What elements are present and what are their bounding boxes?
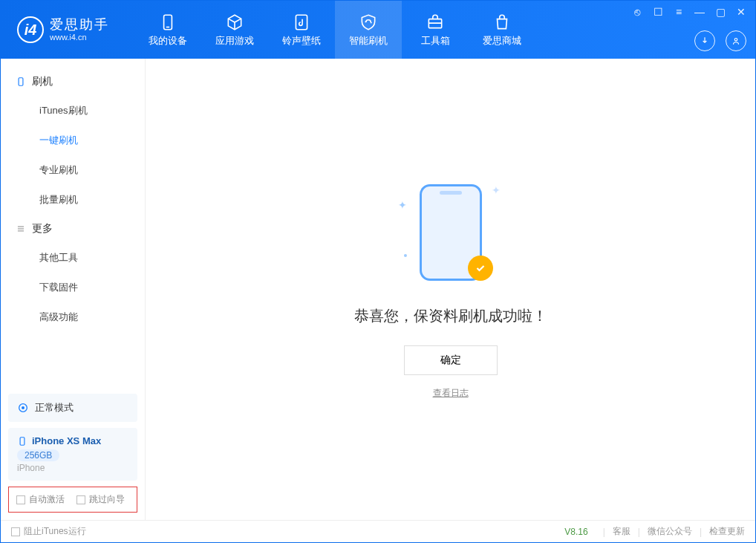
tab-my-device[interactable]: 我的设备 xyxy=(134,1,201,59)
sidebar-item-oneclick-flash[interactable]: 一键刷机 xyxy=(1,126,145,155)
device-box[interactable]: iPhone XS Max 256GB iPhone xyxy=(8,428,137,481)
brand-name: 爱思助手 xyxy=(50,17,109,33)
download-icon xyxy=(700,36,710,46)
svg-rect-2 xyxy=(296,15,307,30)
sparkle-icon: ✦ xyxy=(492,184,501,196)
sidebar-group-more: 更多 xyxy=(1,215,145,243)
mode-box[interactable]: 正常模式 xyxy=(8,394,137,422)
sidebar-group-flash: 刷机 xyxy=(1,68,145,96)
check-update-link[interactable]: 检查更新 xyxy=(709,525,745,538)
svg-rect-5 xyxy=(19,78,23,86)
ok-button[interactable]: 确定 xyxy=(404,345,498,375)
app-window: i4 爱思助手 www.i4.cn 我的设备 应用游戏 铃声壁纸 智能刷机 xyxy=(0,0,756,543)
device-storage: 256GB xyxy=(17,449,59,461)
menu-icon[interactable]: ≡ xyxy=(672,5,685,19)
mode-icon xyxy=(17,402,29,414)
close-icon[interactable]: ✕ xyxy=(734,5,748,19)
cube-icon xyxy=(225,13,244,32)
sidebar-item-other-tools[interactable]: 其他工具 xyxy=(1,243,145,273)
group-title-label: 刷机 xyxy=(32,75,53,88)
window-controls: ⎋ ☐ ≡ — ▢ ✕ xyxy=(630,5,748,19)
checkbox-label: 跳过向导 xyxy=(89,493,125,506)
checkbox-icon xyxy=(11,527,20,536)
block-itunes-checkbox[interactable]: 阻止iTunes运行 xyxy=(11,525,86,538)
device-icon xyxy=(158,13,177,32)
statusbar: 阻止iTunes运行 V8.16 | 客服 | 微信公众号 | 检查更新 xyxy=(1,520,755,542)
success-message: 恭喜您，保资料刷机成功啦！ xyxy=(354,306,547,326)
view-log-link[interactable]: 查看日志 xyxy=(433,387,469,400)
skip-wizard-checkbox[interactable]: 跳过向导 xyxy=(76,493,125,506)
sidebar-item-download-fw[interactable]: 下载固件 xyxy=(1,273,145,302)
sparkle-icon: • xyxy=(404,250,408,261)
svg-point-4 xyxy=(734,39,737,42)
phone-icon xyxy=(16,77,26,87)
device-type: iPhone xyxy=(17,463,128,473)
tab-label: 工具箱 xyxy=(421,34,450,48)
checkbox-label: 阻止iTunes运行 xyxy=(24,525,86,538)
tab-smart-flash[interactable]: 智能刷机 xyxy=(335,1,402,59)
success-illustration: ✦ ✦ • xyxy=(395,180,506,291)
lock-icon[interactable]: ☐ xyxy=(651,5,665,19)
body: 刷机 iTunes刷机 一键刷机 专业刷机 批量刷机 更多 其他工具 下载固件 … xyxy=(1,59,755,520)
account-button[interactable] xyxy=(726,30,746,51)
tab-label: 应用游戏 xyxy=(215,34,254,48)
toolbox-icon xyxy=(426,13,445,32)
tab-ringtone-wallpaper[interactable]: 铃声壁纸 xyxy=(268,1,335,59)
svg-point-10 xyxy=(22,407,25,409)
check-badge-icon xyxy=(468,256,493,281)
bag-icon xyxy=(492,13,512,32)
auto-activate-checkbox[interactable]: 自动激活 xyxy=(16,493,65,506)
sidebar-item-itunes-flash[interactable]: iTunes刷机 xyxy=(1,96,145,126)
tab-store[interactable]: 爱思商城 xyxy=(469,1,535,59)
brand: i4 爱思助手 www.i4.cn xyxy=(1,16,134,43)
music-file-icon xyxy=(292,13,311,32)
refresh-shield-icon xyxy=(359,13,378,32)
highlighted-options: 自动激活 跳过向导 xyxy=(8,487,137,513)
check-icon xyxy=(474,261,487,275)
tab-label: 智能刷机 xyxy=(349,34,388,48)
tab-apps-games[interactable]: 应用游戏 xyxy=(201,1,268,59)
tab-label: 爱思商城 xyxy=(483,34,521,48)
titlebar: i4 爱思助手 www.i4.cn 我的设备 应用游戏 铃声壁纸 智能刷机 xyxy=(1,1,755,59)
version-label: V8.16 xyxy=(564,527,587,537)
sidebar: 刷机 iTunes刷机 一键刷机 专业刷机 批量刷机 更多 其他工具 下载固件 … xyxy=(1,59,146,520)
tab-toolbox[interactable]: 工具箱 xyxy=(402,1,469,59)
maximize-icon[interactable]: ▢ xyxy=(714,5,727,19)
brand-logo-icon: i4 xyxy=(17,16,44,43)
mode-label: 正常模式 xyxy=(35,401,74,414)
tab-label: 铃声壁纸 xyxy=(282,34,321,48)
sidebar-item-pro-flash[interactable]: 专业刷机 xyxy=(1,155,145,185)
download-button[interactable] xyxy=(694,30,715,51)
minimize-icon[interactable]: — xyxy=(693,5,706,19)
main-content: ✦ ✦ • 恭喜您，保资料刷机成功啦！ 确定 查看日志 xyxy=(146,59,755,520)
brand-url: www.i4.cn xyxy=(50,33,109,42)
user-icon xyxy=(731,36,741,46)
device-name: iPhone XS Max xyxy=(32,435,101,446)
group-title-label: 更多 xyxy=(32,222,53,235)
sidebar-item-batch-flash[interactable]: 批量刷机 xyxy=(1,185,145,215)
sidebar-item-advanced[interactable]: 高级功能 xyxy=(1,302,145,332)
checkbox-icon xyxy=(16,495,25,504)
nav-tabs: 我的设备 应用游戏 铃声壁纸 智能刷机 工具箱 爱思商城 xyxy=(134,1,535,59)
svg-rect-11 xyxy=(20,437,25,445)
checkbox-label: 自动激活 xyxy=(29,493,65,506)
checkbox-icon xyxy=(76,495,85,504)
sparkle-icon: ✦ xyxy=(398,199,407,211)
tab-label: 我的设备 xyxy=(149,34,187,48)
wechat-link[interactable]: 微信公众号 xyxy=(648,525,692,538)
service-link[interactable]: 客服 xyxy=(613,525,630,538)
device-icon xyxy=(17,436,27,446)
list-icon xyxy=(16,224,26,234)
shirt-icon[interactable]: ⎋ xyxy=(630,5,644,19)
